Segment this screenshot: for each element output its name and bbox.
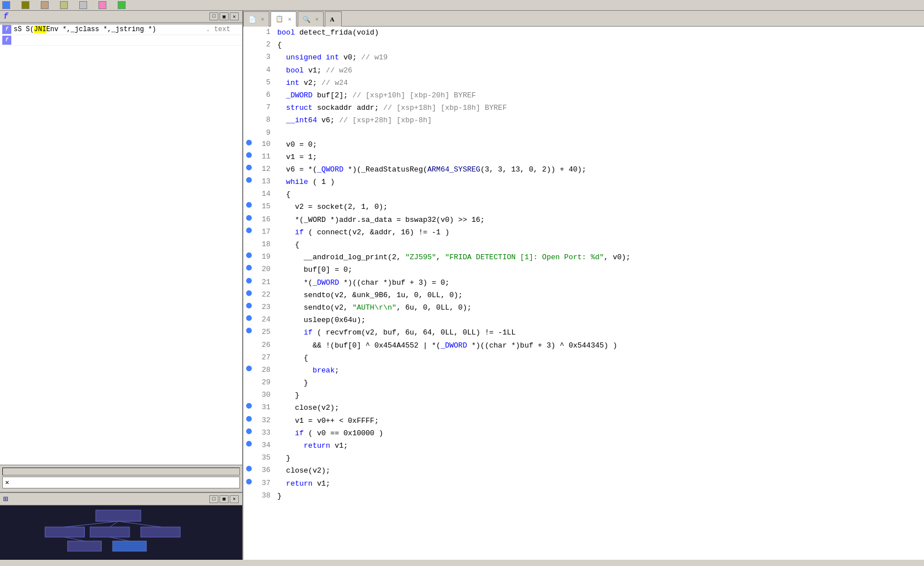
graph-content — [0, 505, 242, 560]
line-number-3: 3 — [255, 52, 275, 61]
line-number-1: 1 — [255, 27, 275, 36]
functions-minimize-button[interactable]: □ — [209, 12, 218, 20]
breakpoint-dot[interactable] — [246, 278, 252, 284]
line-dot-2 — [243, 39, 255, 40]
line-number-2: 2 — [255, 39, 275, 49]
line-dot-11 — [243, 151, 255, 158]
graph-overview-controls: □ ▣ ✕ — [209, 495, 239, 503]
line-number-9: 9 — [255, 127, 275, 137]
graph-close-button[interactable]: ✕ — [230, 495, 239, 503]
tab-ida-close[interactable]: ✕ — [261, 16, 264, 23]
tab-pseudocode[interactable]: 📋 ✕ — [270, 11, 296, 27]
breakpoint-dot[interactable] — [246, 290, 252, 296]
function-row-jni-onload[interactable]: f — [0, 35, 242, 46]
code-line-21: 21 *(_DWORD *)((char *)buf + 3) = 0; — [243, 277, 924, 289]
line-dot-12 — [243, 164, 255, 170]
line-dot-17 — [243, 226, 255, 233]
legend-external-icon — [98, 1, 106, 9]
breakpoint-dot[interactable] — [246, 152, 252, 158]
line-content-14: { — [275, 188, 924, 201]
svg-rect-6 — [113, 541, 147, 551]
breakpoint-dot[interactable] — [246, 403, 252, 409]
breakpoint-dot[interactable] — [246, 428, 252, 434]
line-number-7: 7 — [255, 102, 275, 112]
svg-rect-2 — [45, 527, 85, 537]
line-number-37: 37 — [255, 478, 275, 487]
tab-pseudocode-close[interactable]: ✕ — [288, 16, 291, 23]
code-line-15: 15 v2 = socket(2, 1, 0); — [243, 201, 924, 213]
function-icon-jni: f — [2, 36, 11, 45]
breakpoint-dot[interactable] — [246, 366, 252, 371]
code-line-6: 6 _DWORD buf[2]; // [xsp+10h] [xbp-20h] … — [243, 89, 924, 102]
tab-ida-view[interactable]: 📄 ✕ — [243, 11, 269, 27]
line-content-27: { — [275, 352, 924, 365]
functions-maximize-button[interactable]: ▣ — [220, 12, 229, 20]
tab-hex-close[interactable]: ✕ — [315, 16, 319, 23]
breakpoint-dot[interactable] — [246, 315, 252, 321]
code-line-24: 24 usleep(0x64u); — [243, 314, 924, 327]
code-line-8: 8 __int64 v6; // [xsp+28h] [xbp-8h] — [243, 114, 924, 127]
breakpoint-dot[interactable] — [246, 303, 252, 308]
line-number-8: 8 — [255, 114, 275, 124]
breakpoint-dot[interactable] — [246, 328, 252, 333]
line-number-5: 5 — [255, 77, 275, 87]
breakpoint-dot[interactable] — [246, 202, 252, 208]
line-content-35: } — [275, 452, 924, 465]
tab-structures[interactable]: A — [325, 11, 342, 27]
function-row-sss[interactable]: f sS S(JNIEnv *,_jclass *,_jstring *) . … — [0, 24, 242, 35]
code-line-3: 3 unsigned int v0; // w19 — [243, 52, 924, 64]
graph-overview-title-area: ⊞ — [3, 494, 10, 504]
line-content-17: if ( connect(v2, &addr, 16) != -1 ) — [275, 226, 924, 239]
breakpoint-dot[interactable] — [246, 228, 252, 233]
breakpoint-dot[interactable] — [246, 252, 252, 258]
breakpoint-dot[interactable] — [246, 466, 252, 471]
breakpoint-dot[interactable] — [246, 215, 252, 221]
legend-lumina — [118, 1, 128, 9]
line-number-6: 6 — [255, 89, 275, 99]
graph-overview-panel: ⊞ □ ▣ ✕ — [0, 492, 242, 560]
functions-list[interactable]: f sS S(JNIEnv *,_jclass *,_jstring *) . … — [0, 24, 242, 465]
legend-bar — [0, 0, 924, 11]
code-line-28: 28 break; — [243, 365, 924, 377]
code-line-12: 12 v6 = *(_QWORD *)(_ReadStatusReg(ARM64… — [243, 164, 924, 176]
line-content-8: __int64 v6; // [xsp+28h] [xbp-8h] — [275, 114, 924, 127]
code-line-37: 37 return v1; — [243, 478, 924, 490]
line-content-21: *(_DWORD *)((char *)buf + 3) = 0; — [275, 277, 924, 289]
breakpoint-dot[interactable] — [246, 265, 252, 271]
code-line-32: 32 v1 = v0++ < 0xFFFF; — [243, 415, 924, 427]
functions-close-button[interactable]: ✕ — [230, 12, 239, 20]
code-view[interactable]: 1bool detect_frida(void)2{3 unsigned int… — [243, 27, 924, 560]
line-number-27: 27 — [255, 352, 275, 362]
legend-library — [2, 1, 12, 9]
code-line-10: 10 v0 = 0; — [243, 139, 924, 151]
ida-view-icon: 📄 — [248, 16, 256, 23]
svg-rect-4 — [141, 527, 180, 537]
breakpoint-dot[interactable] — [246, 140, 252, 145]
line-content-18: { — [275, 239, 924, 251]
breakpoint-dot[interactable] — [246, 165, 252, 170]
line-content-7: struct sockaddr addr; // [xsp+18h] [xbp-… — [275, 102, 924, 114]
code-line-36: 36 close(v2); — [243, 465, 924, 477]
line-dot-23 — [243, 302, 255, 308]
line-dot-31 — [243, 402, 255, 409]
line-number-25: 25 — [255, 327, 275, 336]
code-line-22: 22 sendto(v2, &unk_9B6, 1u, 0, 0LL, 0); — [243, 289, 924, 302]
tab-hex-view[interactable]: 🔍 ✕ — [298, 11, 324, 27]
graph-minimize-button[interactable]: □ — [209, 495, 218, 503]
functions-scrollbar[interactable] — [2, 468, 240, 475]
code-line-25: 25 if ( recvfrom(v2, buf, 6u, 64, 0LL, 0… — [243, 327, 924, 339]
line-dot-16 — [243, 214, 255, 221]
search-bar[interactable]: ✕ — [2, 477, 240, 488]
breakpoint-dot[interactable] — [246, 416, 252, 422]
line-dot-8 — [243, 114, 255, 115]
breakpoint-dot[interactable] — [246, 177, 252, 183]
line-content-32: v1 = v0++ < 0xFFFF; — [275, 415, 924, 427]
code-line-31: 31 close(v2); — [243, 402, 924, 414]
graph-maximize-button[interactable]: ▣ — [220, 495, 229, 503]
code-line-11: 11 v1 = 1; — [243, 151, 924, 164]
breakpoint-dot[interactable] — [246, 479, 252, 484]
line-content-38: } — [275, 490, 924, 503]
breakpoint-dot[interactable] — [246, 441, 252, 447]
line-number-14: 14 — [255, 188, 275, 198]
line-content-37: return v1; — [275, 478, 924, 490]
